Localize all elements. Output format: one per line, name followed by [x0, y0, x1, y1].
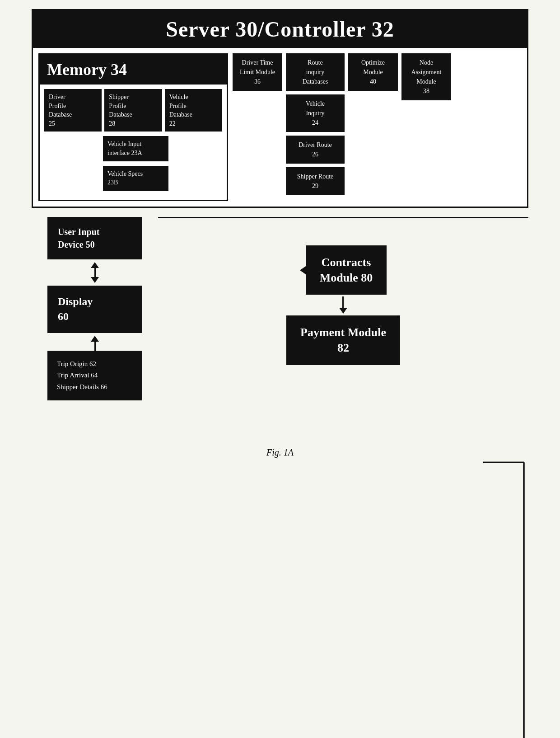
shipper-route: Shipper Route29 [286, 167, 345, 195]
user-input-device: User InputDevice 50 [47, 217, 142, 259]
vehicle-input-box: Vehicle Inputinterface 23A [103, 136, 168, 161]
contracts-area: ContractsModule 80 Payment Module82 [286, 245, 400, 365]
node-assignment-module: NodeAssignmentModule38 [401, 53, 451, 100]
optimize-col: OptimizeModule40 [348, 53, 398, 201]
right-section: Driver TimeLimit Module36 RouteinquiryDa… [233, 53, 522, 201]
shipper-profile-db: ShipperProfileDatabase28 [104, 89, 162, 132]
driver-profile-db: DriverProfileDatabase25 [44, 89, 102, 132]
display-box: Display60 [47, 286, 142, 333]
vehicle-profile-db: VehicleProfileDatabase22 [165, 89, 222, 132]
center-stack: ContractsModule 80 Payment Module82 [158, 208, 528, 434]
node-col: NodeAssignmentModule38 [401, 53, 451, 201]
diagram-layout: Server 30/Controller 32 Memory 34 Driver… [32, 9, 528, 738]
contracts-arrow-row: ContractsModule 80 [300, 245, 387, 295]
driver-time-module: Driver TimeLimit Module36 [233, 53, 282, 91]
connector-svg [32, 458, 528, 738]
trip-origin-box: Trip Origin 62Trip Arrival 64Shipper Det… [47, 351, 142, 401]
route-inquiry-databases: RouteinquiryDatabases [286, 53, 345, 91]
memory-title: Memory 34 [40, 55, 227, 85]
memory-section: Memory 34 DriverProfileDatabase25 Shippe… [38, 53, 228, 201]
vehicle-specs-box: Vehicle Specs23B [103, 166, 168, 191]
server-inner: Memory 34 DriverProfileDatabase25 Shippe… [33, 48, 527, 207]
driver-time-col: Driver TimeLimit Module36 [233, 53, 282, 201]
bottom-diagram: User InputDevice 50 Display60 Trip Origi… [32, 208, 528, 434]
profile-dbs-row: DriverProfileDatabase25 ShipperProfileDa… [44, 89, 222, 132]
memory-content: DriverProfileDatabase25 ShipperProfileDa… [40, 85, 227, 200]
driver-route: Driver Route26 [286, 136, 345, 164]
top-hline [158, 217, 528, 218]
server-title: Server 30/Controller 32 [33, 10, 527, 48]
left-stack: User InputDevice 50 Display60 Trip Origi… [32, 208, 158, 434]
up-arrow-trip [91, 333, 99, 351]
server-box: Server 30/Controller 32 Memory 34 Driver… [32, 9, 528, 208]
route-col: RouteinquiryDatabases VehicleInquiry24 D… [286, 53, 345, 201]
fig-label: Fig. 1A [32, 447, 528, 458]
contracts-down-arrow [339, 295, 347, 315]
payment-module: Payment Module82 [286, 315, 400, 365]
double-arrow-connector [91, 259, 99, 286]
vehicle-inquiry: VehicleInquiry24 [286, 94, 345, 132]
contracts-module: ContractsModule 80 [306, 245, 387, 295]
optimize-module: OptimizeModule40 [348, 53, 398, 91]
